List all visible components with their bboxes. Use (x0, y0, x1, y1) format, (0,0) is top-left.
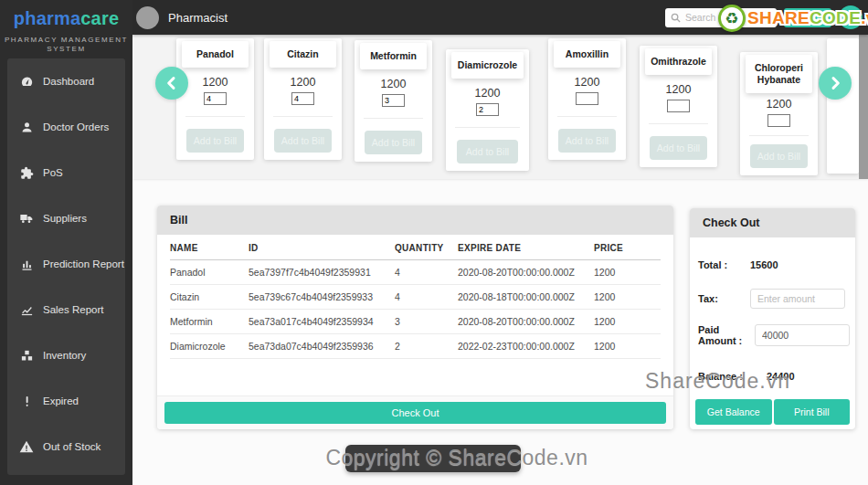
sidebar-item-label: Sales Report (43, 304, 103, 315)
sidebar-item-pos[interactable]: PoS (7, 150, 125, 195)
sidebar-item-label: Out of Stock (43, 441, 101, 452)
table-row: Metformin 5ea73a017c4b4049f2359934 3 202… (170, 310, 661, 334)
main-content: Panadol 1200 Add to Bill Citazin 1200 Ad… (132, 35, 868, 485)
table-row: Citazin 5ea739c67c4b4049f2359933 4 2020-… (170, 285, 661, 310)
app-logo-accent: care (80, 8, 119, 28)
search-icon (671, 13, 681, 23)
cell-name: Metformin (170, 310, 249, 334)
search-box[interactable] (665, 8, 777, 27)
cell-price: 1200 (594, 260, 661, 285)
puzzle-icon (19, 165, 34, 180)
quantity-input[interactable] (204, 92, 227, 105)
sidebar-item-suppliers[interactable]: Suppliers (7, 195, 125, 241)
add-to-bill-button[interactable]: Add to Bill (650, 136, 707, 160)
bill-table: NAME ID QUANTITY EXPIRE DATE PRICE Panad… (170, 235, 661, 359)
tax-label: Tax: (698, 293, 750, 304)
warning-triangle-icon (19, 439, 34, 454)
product-carousel: Panadol 1200 Add to Bill Citazin 1200 Ad… (132, 35, 868, 179)
quantity-input[interactable] (667, 100, 690, 112)
balance-value: 24400 (767, 371, 795, 382)
sidebar-item-out-of-stock[interactable]: Out of Stock (7, 424, 125, 469)
add-to-bill-button[interactable]: Add to Bill (186, 129, 244, 153)
product-price: 1200 (640, 83, 717, 96)
app-logo: pharmacare (0, 0, 132, 29)
column-header: NAME (170, 235, 249, 260)
tax-row: Tax: (698, 289, 848, 309)
quantity-input[interactable] (576, 92, 598, 105)
sidebar-item-sales-report[interactable]: Sales Report (7, 287, 125, 332)
cell-id: 5ea73a017c4b4049f2359934 (249, 310, 395, 334)
sidebar-item-label: Expired (43, 395, 79, 406)
sidebar-item-label: Inventory (43, 350, 86, 361)
paid-amount-row: Paid Amount : (698, 324, 848, 346)
topbar-account-icon[interactable] (839, 5, 863, 29)
product-card: Citazin 1200 Add to Bill (264, 38, 342, 160)
print-bill-button[interactable]: Print Bill (774, 399, 851, 425)
checkout-button[interactable]: Check Out (164, 402, 666, 424)
quantity-input[interactable] (382, 94, 405, 107)
doctor-person-icon (19, 120, 34, 134)
product-name: Citazin (270, 41, 337, 68)
cell-price: 1200 (594, 310, 661, 334)
cell-price: 1200 (594, 334, 661, 359)
cell-expire-date: 2020-08-20T00:00:00.000Z (458, 310, 594, 334)
product-card: Amoxillin 1200 Add to Bill (548, 38, 626, 160)
cell-name: Diamicrozole (170, 334, 249, 359)
sidebar-item-label: Doctor Orders (43, 121, 109, 132)
add-to-bill-button[interactable]: Add to Bill (457, 140, 518, 163)
product-name: Omithrazole (645, 48, 713, 75)
total-value: 15600 (750, 259, 778, 270)
copyright-tooltip-box (345, 445, 521, 472)
cell-price: 1200 (594, 285, 661, 310)
cell-expire-date: 2020-08-20T00:00:00.000Z (458, 260, 594, 285)
app-tagline-line2: SYSTEM (0, 45, 132, 54)
quantity-input[interactable] (476, 103, 499, 116)
sidebar-item-label: Dashboard (43, 76, 94, 87)
product-card: Panadol 1200 Add to Bill (176, 38, 254, 160)
get-balance-button[interactable]: Get Balance (695, 399, 772, 425)
divider (455, 127, 520, 128)
product-card: Chloroperi Hybanate 1200 Add to Bill (740, 52, 818, 175)
quantity-input[interactable] (291, 92, 314, 105)
truck-icon (19, 211, 34, 226)
bill-title: Bill (157, 206, 673, 235)
sidebar-item-doctor-orders[interactable]: Doctor Orders (7, 104, 125, 150)
add-to-bill-button[interactable]: Add to Bill (274, 129, 332, 153)
add-to-bill-button[interactable]: Add to Bill (558, 129, 616, 153)
user-avatar[interactable] (136, 6, 159, 29)
divider (273, 116, 333, 117)
column-header: ID (249, 235, 395, 260)
topbar-search-button[interactable] (784, 8, 831, 27)
add-to-bill-button[interactable]: Add to Bill (750, 144, 808, 168)
cell-expire-date: 2022-02-23T00:00:00.000Z (458, 334, 594, 359)
product-name: Chloroperi Hybanate (746, 55, 813, 93)
add-to-bill-button[interactable]: Add to Bill (365, 131, 422, 154)
boxes-icon (19, 348, 34, 363)
chevron-right-icon (828, 76, 842, 90)
sidebar-item-inventory[interactable]: Inventory (7, 332, 125, 378)
carousel-next-button[interactable] (819, 67, 852, 100)
sidebar-item-label: PoS (43, 167, 63, 178)
divider (749, 135, 809, 136)
checkout-panel-footer: Get Balance Print Bill (695, 399, 850, 425)
total-row: Total : 15600 (698, 259, 848, 270)
sidebar-item-prediction-report[interactable]: Prediction Report (7, 241, 125, 287)
search-input[interactable] (685, 12, 763, 23)
cell-quantity: 4 (395, 285, 458, 310)
sidebar: pharmacare PHARMACY MANAGEMENT SYSTEM Da… (0, 0, 132, 485)
cell-name: Citazin (170, 285, 249, 310)
sidebar-item-expired[interactable]: Expired (7, 378, 125, 424)
cell-id: 5ea7397f7c4b4049f2359931 (249, 260, 395, 285)
paid-amount-input[interactable] (755, 324, 850, 346)
product-name: Metformin (360, 43, 428, 69)
total-label: Total : (698, 259, 750, 270)
chevron-left-icon (164, 76, 179, 90)
sidebar-item-dashboard[interactable]: Dashboard (7, 58, 125, 104)
user-role-label: Pharmacist (168, 11, 228, 25)
tax-input[interactable] (750, 289, 845, 309)
product-card: Metformin 1200 Add to Bill (355, 40, 432, 162)
quantity-input[interactable] (767, 114, 790, 127)
carousel-prev-button[interactable] (155, 67, 188, 100)
exclamation-icon (19, 394, 34, 408)
product-card-partial (827, 38, 859, 174)
